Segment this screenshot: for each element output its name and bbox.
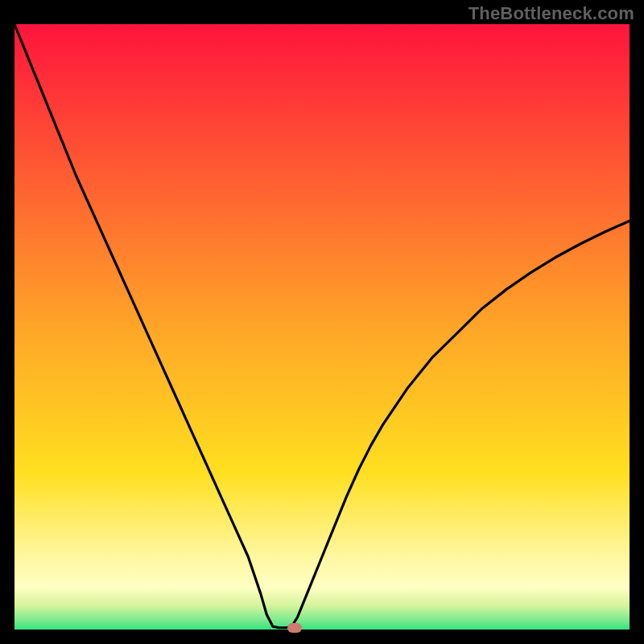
chart-frame: TheBottleneck.com <box>0 0 644 644</box>
watermark-text: TheBottleneck.com <box>469 3 634 24</box>
plot-area <box>14 24 630 630</box>
gradient-background <box>14 24 630 630</box>
plot-svg <box>14 24 630 630</box>
optimum-marker <box>287 623 302 633</box>
